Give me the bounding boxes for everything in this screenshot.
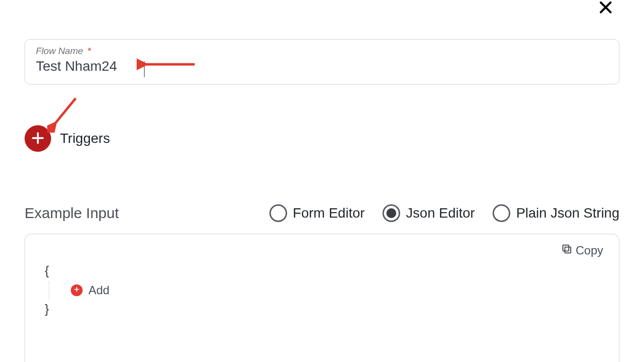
svg-rect-6 [565, 247, 571, 253]
flow-name-field-container: Flow Name * [25, 39, 619, 84]
required-asterisk: * [88, 46, 91, 56]
radio-selected-dot [386, 208, 396, 218]
radio-label: Plain Json String [516, 205, 619, 221]
json-close-brace: } [45, 299, 110, 320]
example-input-title: Example Input [25, 205, 119, 222]
triggers-row: Triggers [25, 125, 110, 152]
copy-icon [561, 243, 573, 258]
flow-name-label: Flow Name * [36, 46, 608, 56]
radio-plain-json-string[interactable]: Plain Json String [493, 204, 619, 222]
copy-button[interactable]: Copy [561, 243, 603, 258]
plus-icon [30, 131, 45, 147]
example-input-editor: Copy { Add } [25, 234, 619, 362]
close-button[interactable] [596, 0, 615, 18]
radio-form-editor[interactable]: Form Editor [269, 204, 365, 222]
editor-mode-radio-group: Form Editor Json Editor Plain Json Strin… [269, 204, 619, 222]
json-editor-content[interactable]: { Add } [45, 261, 110, 319]
radio-label: Form Editor [293, 205, 365, 221]
flow-name-label-text: Flow Name [36, 46, 83, 56]
add-trigger-button[interactable] [25, 125, 51, 152]
svg-line-5 [54, 98, 76, 125]
example-input-header: Example Input Form Editor Json Editor Pl… [25, 204, 619, 222]
svg-rect-7 [563, 245, 569, 251]
add-property-button[interactable] [71, 284, 83, 296]
text-caret [144, 61, 145, 77]
radio-icon [269, 204, 287, 222]
radio-label: Json Editor [406, 205, 475, 221]
copy-label: Copy [576, 244, 603, 257]
json-add-row: Add [49, 281, 110, 299]
radio-json-editor[interactable]: Json Editor [382, 204, 475, 222]
json-open-brace: { [45, 261, 110, 281]
close-icon [598, 0, 613, 16]
flow-name-input[interactable] [36, 58, 608, 74]
radio-icon [493, 204, 510, 222]
add-property-label: Add [88, 283, 110, 297]
plus-icon [73, 286, 80, 294]
radio-icon [382, 204, 400, 222]
triggers-label: Triggers [60, 131, 110, 146]
